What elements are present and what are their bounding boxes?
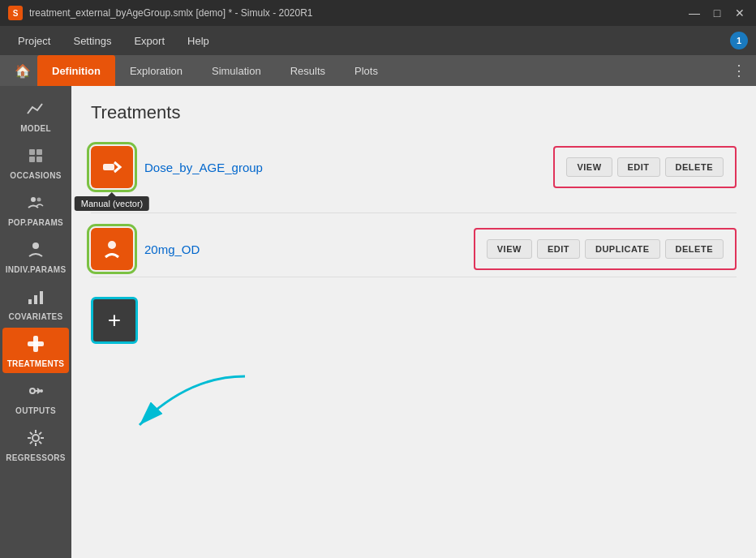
home-button[interactable]: 🏠 bbox=[8, 55, 37, 86]
close-button[interactable]: ✕ bbox=[732, 5, 748, 21]
treatment-icon-wrapper-1: Manual (vector) bbox=[91, 146, 133, 188]
sidebar-item-occasions[interactable]: OCCASIONS bbox=[2, 140, 69, 185]
svg-point-4 bbox=[31, 197, 36, 202]
svg-rect-0 bbox=[29, 149, 35, 155]
tab-results[interactable]: Results bbox=[276, 55, 340, 86]
outputs-label: OUTPUTS bbox=[15, 406, 56, 415]
sidebar-item-model[interactable]: MODEL bbox=[2, 92, 69, 138]
svg-line-23 bbox=[30, 441, 32, 444]
add-button-container: + bbox=[91, 297, 737, 344]
arrow-indicator bbox=[91, 368, 737, 433]
treatment-icon-wrapper-2 bbox=[91, 228, 133, 270]
indiv-params-label: INDIV.PARAMS bbox=[6, 265, 67, 274]
svg-point-5 bbox=[37, 198, 41, 202]
tab-plots[interactable]: Plots bbox=[340, 55, 393, 86]
covariates-label: COVARIATES bbox=[8, 312, 62, 321]
edit-button-2[interactable]: EDIT bbox=[537, 239, 580, 259]
menu-bar: Project Settings Export Help 1 bbox=[0, 26, 756, 55]
svg-line-22 bbox=[39, 432, 41, 435]
treatment-name-2[interactable]: 20mg_OD bbox=[144, 243, 474, 256]
pop-params-label: POP.PARAMS bbox=[8, 218, 63, 227]
treatment-row-2: 20mg_OD VIEW EDIT DUPLICATE DELETE bbox=[91, 221, 737, 277]
treatment-row: Manual (vector) Dose_by_AGE_group VIEW E… bbox=[91, 140, 737, 213]
tab-simulation[interactable]: Simulation bbox=[197, 55, 276, 86]
svg-point-12 bbox=[30, 388, 35, 393]
menu-settings[interactable]: Settings bbox=[63, 32, 121, 50]
treatment-icon-1[interactable] bbox=[91, 146, 133, 188]
svg-rect-9 bbox=[40, 291, 43, 304]
title-bar: S treatment_external_byAgeGroup.smlx [de… bbox=[0, 0, 756, 26]
sidebar-item-indiv-params[interactable]: INDIV.PARAMS bbox=[2, 234, 69, 279]
content-area: Treatments Manual (vector) Dose_by_AGE_g… bbox=[71, 86, 756, 558]
sidebar-item-outputs[interactable]: OUTPUTS bbox=[2, 375, 69, 420]
action-buttons-2: VIEW EDIT DUPLICATE DELETE bbox=[474, 228, 737, 270]
add-treatment-button[interactable]: + bbox=[91, 297, 138, 344]
maximize-button[interactable]: □ bbox=[709, 5, 725, 21]
view-button-2[interactable]: VIEW bbox=[487, 239, 532, 259]
regressors-label: REGRESSORS bbox=[6, 453, 66, 462]
svg-rect-3 bbox=[37, 157, 42, 162]
page-title: Treatments bbox=[91, 102, 737, 123]
regressors-icon bbox=[26, 428, 45, 450]
window-title: treatment_external_byAgeGroup.smlx [demo… bbox=[29, 7, 686, 19]
occasions-label: OCCASIONS bbox=[10, 171, 61, 180]
tooltip-manual-vector: Manual (vector) bbox=[75, 196, 149, 211]
model-label: MODEL bbox=[20, 124, 51, 133]
svg-rect-1 bbox=[37, 149, 42, 155]
sidebar: MODEL OCCASIONS bbox=[0, 86, 71, 558]
edit-button-1[interactable]: EDIT bbox=[617, 157, 660, 177]
sidebar-item-covariates[interactable]: COVARIATES bbox=[2, 281, 69, 326]
tab-overflow-menu[interactable]: ⋮ bbox=[722, 55, 756, 86]
window-controls: — □ ✕ bbox=[686, 5, 748, 21]
covariates-icon bbox=[26, 287, 45, 309]
treatments-icon bbox=[26, 334, 45, 356]
svg-point-6 bbox=[32, 243, 39, 249]
treatments-list: Manual (vector) Dose_by_AGE_group VIEW E… bbox=[91, 140, 737, 277]
model-icon bbox=[26, 99, 45, 121]
svg-rect-8 bbox=[34, 295, 37, 304]
tab-definition[interactable]: Definition bbox=[37, 55, 115, 86]
tab-exploration[interactable]: Exploration bbox=[115, 55, 197, 86]
action-buttons-1: VIEW EDIT DELETE bbox=[553, 146, 737, 188]
svg-rect-2 bbox=[29, 157, 35, 162]
sidebar-item-pop-params[interactable]: POP.PARAMS bbox=[2, 187, 69, 232]
menu-export[interactable]: Export bbox=[124, 32, 174, 50]
menu-help[interactable]: Help bbox=[178, 32, 219, 50]
pop-params-icon bbox=[26, 193, 45, 215]
svg-point-25 bbox=[108, 241, 116, 249]
delete-button-1[interactable]: DELETE bbox=[665, 157, 724, 177]
treatment-icon-2[interactable] bbox=[91, 228, 133, 270]
svg-point-15 bbox=[32, 435, 39, 441]
indiv-params-icon bbox=[26, 240, 45, 262]
treatments-label: TREATMENTS bbox=[7, 359, 65, 368]
sidebar-item-regressors[interactable]: REGRESSORS bbox=[2, 422, 69, 467]
svg-rect-7 bbox=[28, 299, 32, 304]
arrow-svg bbox=[91, 368, 253, 433]
tab-bar: 🏠 Definition Exploration Simulation Resu… bbox=[0, 55, 756, 86]
sidebar-item-treatments[interactable]: TREATMENTS bbox=[2, 328, 69, 373]
svg-line-21 bbox=[39, 441, 41, 444]
minimize-button[interactable]: — bbox=[686, 5, 702, 21]
menu-project[interactable]: Project bbox=[8, 32, 60, 50]
main-layout: MODEL OCCASIONS bbox=[0, 86, 756, 558]
app-icon: S bbox=[8, 6, 23, 20]
delete-button-2[interactable]: DELETE bbox=[665, 239, 724, 259]
outputs-icon bbox=[26, 381, 45, 403]
info-badge[interactable]: 1 bbox=[730, 32, 748, 49]
svg-rect-24 bbox=[103, 164, 114, 170]
view-button-1[interactable]: VIEW bbox=[566, 157, 612, 177]
svg-line-20 bbox=[30, 432, 32, 435]
svg-rect-11 bbox=[28, 341, 44, 346]
occasions-icon bbox=[26, 146, 45, 168]
treatment-name-1[interactable]: Dose_by_AGE_group bbox=[144, 161, 553, 174]
duplicate-button-2[interactable]: DUPLICATE bbox=[585, 239, 660, 259]
